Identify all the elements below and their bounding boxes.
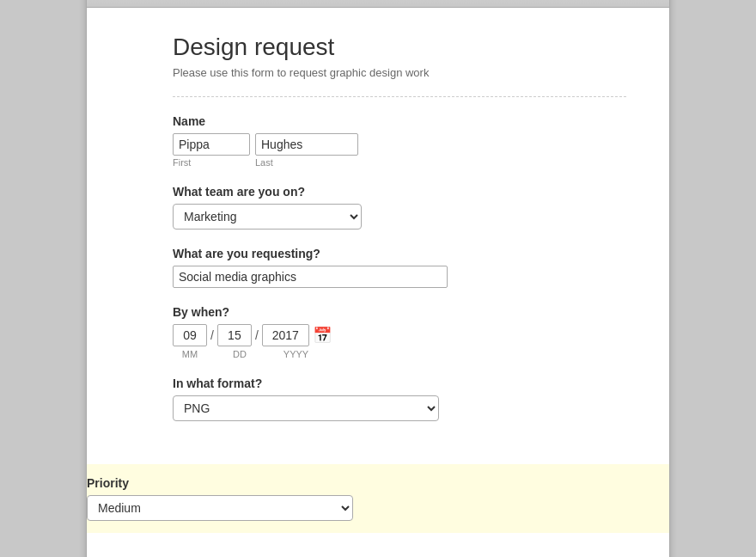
date-sep-2: /	[255, 328, 259, 342]
date-mm-input[interactable]	[173, 324, 207, 346]
yyyy-sub-label: YYYY	[272, 349, 320, 359]
request-label: What are you requesting?	[173, 247, 626, 260]
first-name-input[interactable]	[173, 133, 250, 156]
form-container: Design request Please use this form to r…	[87, 8, 669, 464]
date-yyyy-input[interactable]	[262, 324, 309, 346]
priority-section: Priority Low Medium High	[86, 464, 670, 533]
first-name-wrap: First	[173, 133, 250, 168]
team-label: What team are you on?	[173, 185, 626, 199]
section-divider	[173, 96, 626, 97]
date-sep-1: /	[210, 328, 214, 342]
date-fields-row: / / 📅	[173, 324, 626, 346]
main-window: Wufoo Design request Please use this for…	[86, 0, 670, 557]
priority-field-group: Priority Low Medium High	[87, 476, 669, 521]
format-field-group: In what format? PNG JPG SVG PDF	[173, 376, 626, 421]
name-fields-row: First Last	[173, 133, 626, 168]
team-field-group: What team are you on? Marketing Sales En…	[173, 185, 626, 230]
name-label: Name	[173, 114, 626, 128]
mm-sub-label: MM	[173, 349, 207, 359]
format-label: In what format?	[173, 376, 626, 390]
first-name-label: First	[173, 157, 250, 168]
priority-select[interactable]: Low Medium High	[87, 495, 353, 521]
team-select[interactable]: Marketing Sales Engineering Design Produ…	[173, 204, 362, 230]
last-name-input[interactable]	[255, 133, 358, 156]
window-header: Wufoo	[87, 0, 669, 8]
last-name-wrap: Last	[255, 133, 358, 168]
date-sep-space-1	[210, 349, 219, 359]
calendar-icon[interactable]: 📅	[313, 326, 332, 345]
form-subtitle: Please use this form to request graphic …	[173, 66, 626, 79]
form-footer: Submit Report Abuse	[87, 550, 669, 558]
date-label: By when?	[173, 305, 626, 319]
request-field-group: What are you requesting?	[173, 247, 626, 288]
date-sub-labels: MM DD YYYY	[173, 349, 626, 359]
last-name-label: Last	[255, 157, 358, 168]
format-select[interactable]: PNG JPG SVG PDF	[173, 395, 439, 421]
priority-label: Priority	[87, 476, 669, 490]
name-field-group: Name First Last	[173, 114, 626, 168]
dd-sub-label: DD	[223, 349, 257, 359]
form-title: Design request	[173, 34, 626, 61]
date-dd-input[interactable]	[217, 324, 252, 346]
date-field-group: By when? / / 📅 MM DD YYYY	[173, 305, 626, 359]
request-input[interactable]	[173, 266, 448, 288]
date-sep-space-2	[260, 349, 269, 359]
